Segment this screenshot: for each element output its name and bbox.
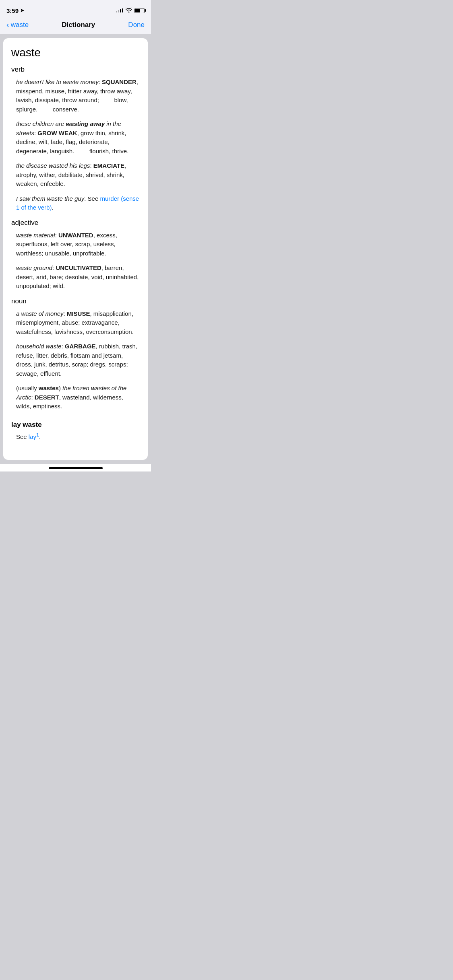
adj-caps-2: UNCULTIVATED [56,264,101,271]
verb-def-2: these children are wasting away in the s… [16,119,140,156]
signal-bar-4 [122,8,123,12]
verb-caps-2: GROW WEAK [37,130,77,136]
verb-section: verb he doesn't like to waste money: SQU… [11,66,140,212]
battery-icon [134,8,145,13]
time-label: 3:59 [6,7,19,14]
verb-def-1: he doesn't like to waste money: SQUANDER… [16,78,140,114]
pos-noun-label: noun [11,297,140,305]
adj-example-1: waste material [16,232,55,239]
location-icon: ➤ [20,8,24,13]
noun-example-1: a waste of money [16,310,64,317]
home-bar [49,467,103,469]
noun-def-3: (usually wastes) the frozen wastes of th… [16,384,140,411]
dictionary-card: waste verb he doesn't like to waste mone… [3,38,148,460]
back-button[interactable]: ‹ waste [6,21,29,29]
phrase-title: lay waste [11,421,140,429]
done-button[interactable]: Done [128,21,145,29]
verb-caps-3: EMACIATE [93,162,124,169]
phrase-definitions: See lay1. [11,431,140,442]
noun-def-1: a waste of money: MISUSE, misapplication… [16,309,140,337]
noun-wastes-bold: wastes [39,385,59,391]
battery-fill [135,9,140,12]
back-label: waste [11,21,29,29]
signal-bar-1 [116,11,117,12]
adjective-section: adjective waste material: UNWANTED, exce… [11,219,140,291]
home-indicator [0,464,151,471]
adjective-definitions: waste material: UNWANTED, excess, superf… [11,231,140,291]
page-title: Dictionary [62,21,95,29]
verb-def-4: I saw them waste the guy. See murder (se… [16,194,140,212]
noun-caps-3: DESERT [35,394,59,401]
status-time: 3:59 ➤ [6,7,24,14]
verb-definitions: he doesn't like to waste money: SQUANDER… [11,78,140,212]
nav-bar: ‹ waste Dictionary Done [0,18,151,34]
adj-caps-1: UNWANTED [58,232,93,239]
verb-example-3: the disease wasted his legs [16,162,90,169]
pos-verb-label: verb [11,66,140,74]
word-title: waste [11,46,140,59]
wifi-icon [126,8,132,14]
signal-icon [116,8,123,12]
noun-caps-1: MISUSE [67,310,90,317]
noun-example-3: the frozen wastes of the Arctic [16,385,126,401]
verb-example-4: I saw them waste the guy [16,195,84,202]
phrases-section: lay waste See lay1. [11,421,140,442]
signal-bar-3 [120,9,121,12]
verb-def-3: the disease wasted his legs: EMACIATE, a… [16,161,140,189]
back-chevron-icon: ‹ [6,21,9,29]
phrase-def-1: See lay1. [16,431,140,442]
verb-caps-1: SQUANDER [102,78,137,85]
status-bar: 3:59 ➤ [0,0,151,18]
content-area: waste verb he doesn't like to waste mone… [0,34,151,464]
noun-definitions: a waste of money: MISUSE, misapplication… [11,309,140,411]
adj-example-2: waste ground [16,264,52,271]
adj-def-2: waste ground: UNCULTIVATED, barren, dese… [16,264,140,291]
noun-caps-2: GARBAGE [65,343,96,350]
verb-example-1: he doesn't like to waste money [16,78,99,85]
phrase-link-lay[interactable]: lay1 [29,433,39,440]
signal-bar-2 [118,10,119,12]
noun-section: noun a waste of money: MISUSE, misapplic… [11,297,140,411]
status-icons [116,8,145,14]
noun-example-2: household waste [16,343,62,350]
pos-adjective-label: adjective [11,219,140,227]
adj-def-1: waste material: UNWANTED, excess, superf… [16,231,140,258]
noun-def-2: household waste: GARBAGE, rubbish, trash… [16,342,140,378]
